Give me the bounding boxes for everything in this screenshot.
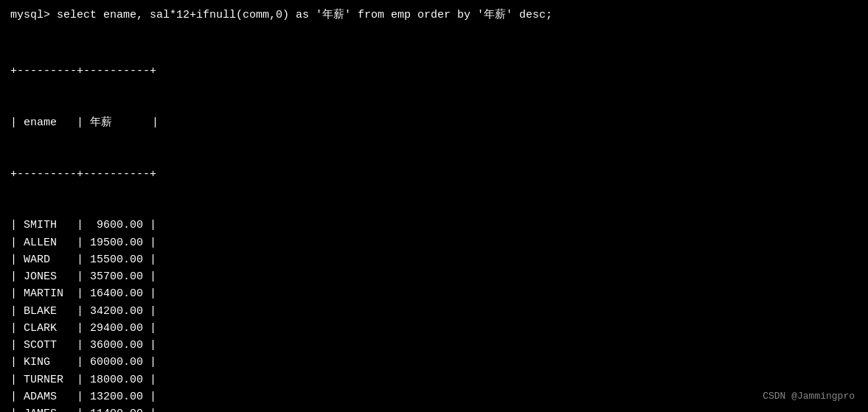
sql-command: mysql> select ename, sal*12+ifnull(comm,…: [10, 7, 858, 24]
table-row: | BLAKE | 34200.00 |: [10, 303, 858, 320]
table-row: | SCOTT | 36000.00 |: [10, 337, 858, 354]
watermark-text: CSDN @Jammingpro: [763, 391, 855, 402]
table-row: | JONES | 35700.00 |: [10, 268, 858, 285]
table-row: | JAMES | 11400.00 |: [10, 405, 858, 412]
header-separator: +---------+----------+: [10, 166, 858, 183]
table-row: | ADAMS | 13200.00 |: [10, 388, 858, 405]
table-row: | KING | 60000.00 |: [10, 354, 858, 371]
table-output: +---------+----------+ | ename | 年薪 | +-…: [10, 29, 858, 413]
table-row: | CLARK | 29400.00 |: [10, 320, 858, 337]
table-row: | WARD | 15500.00 |: [10, 251, 858, 268]
table-header: | ename | 年薪 |: [10, 114, 858, 131]
table-row: | ALLEN | 19500.00 |: [10, 234, 858, 251]
terminal-window: mysql> select ename, sal*12+ifnull(comm,…: [10, 7, 858, 405]
top-separator: +---------+----------+: [10, 63, 858, 80]
table-row: | TURNER | 18000.00 |: [10, 371, 858, 388]
table-row: | MARTIN | 16400.00 |: [10, 285, 858, 302]
table-row: | SMITH | 9600.00 |: [10, 217, 858, 234]
table-rows: | SMITH | 9600.00 || ALLEN | 19500.00 ||…: [10, 217, 858, 412]
